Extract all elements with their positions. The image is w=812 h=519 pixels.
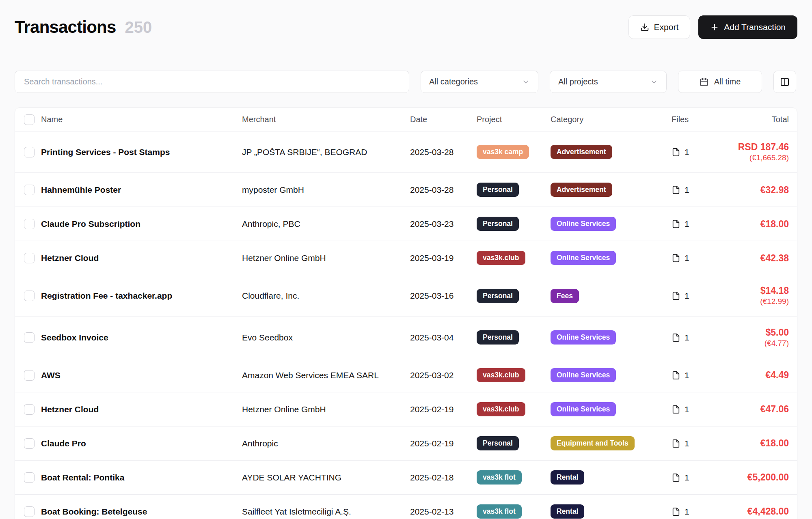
file-count: 1	[685, 291, 689, 301]
row-checkbox[interactable]	[24, 472, 35, 483]
table-row[interactable]: Seedbox Invoice Evo Seedbox 2025-03-04 P…	[15, 317, 797, 358]
file-icon	[672, 291, 680, 300]
total-cell: $14.18 (€12.99)	[728, 285, 797, 306]
transaction-merchant: AYDE SOLAR YACHTING	[242, 473, 410, 482]
table-row[interactable]: Printing Services - Post Stamps JP „POŠT…	[15, 131, 797, 173]
row-checkbox[interactable]	[24, 370, 35, 381]
total-cell: €32.98	[728, 184, 797, 196]
category-badge[interactable]: Online Services	[551, 217, 616, 231]
project-badge[interactable]: vas3k flot	[477, 470, 522, 485]
project-badge[interactable]: Personal	[477, 436, 519, 450]
file-icon	[672, 185, 680, 194]
category-badge[interactable]: Online Services	[551, 402, 616, 416]
transaction-date: 2025-03-28	[410, 185, 477, 195]
total-amount-converted: (€12.99)	[728, 297, 789, 307]
total-cell: €4,428.00	[728, 506, 797, 517]
files-cell: 1	[672, 507, 728, 517]
calendar-icon	[700, 78, 708, 86]
total-amount: €18.00	[728, 437, 789, 449]
category-badge[interactable]: Advertisement	[551, 183, 612, 197]
category-badge[interactable]: Fees	[551, 289, 579, 303]
table-row[interactable]: Boat Booking: Betelgeuse Sailfleet Yat I…	[15, 495, 797, 519]
project-badge[interactable]: vas3k.club	[477, 251, 525, 265]
project-badge[interactable]: Personal	[477, 217, 519, 231]
table-row[interactable]: Hetzner Cloud Hetzner Online GmbH 2025-0…	[15, 392, 797, 426]
file-count: 1	[685, 333, 689, 342]
projects-filter-label: All projects	[558, 77, 598, 86]
category-badge[interactable]: Online Services	[551, 368, 616, 382]
row-checkbox[interactable]	[24, 291, 35, 301]
table-row[interactable]: Claude Pro Anthropic 2025-02-19 Personal…	[15, 426, 797, 461]
table-row[interactable]: Claude Pro Subscription Anthropic, PBC 2…	[15, 207, 797, 241]
transaction-merchant: Hetzner Online GmbH	[242, 253, 410, 263]
categories-filter[interactable]: All categories	[421, 71, 538, 93]
plus-icon	[710, 23, 719, 32]
project-badge[interactable]: vas3k flot	[477, 504, 522, 519]
file-icon	[672, 254, 680, 263]
transaction-date: 2025-03-04	[410, 333, 477, 342]
add-transaction-button[interactable]: Add Transaction	[698, 15, 797, 39]
transactions-table: Name Merchant Date Project Category File…	[15, 108, 797, 519]
category-badge[interactable]: Rental	[551, 470, 584, 485]
files-cell: 1	[672, 253, 728, 263]
row-checkbox[interactable]	[24, 438, 35, 449]
transaction-date: 2025-03-23	[410, 219, 477, 229]
table-header-row: Name Merchant Date Project Category File…	[15, 108, 797, 131]
total-cell: €47.06	[728, 403, 797, 415]
transaction-merchant: Anthropic	[242, 439, 410, 448]
file-icon	[672, 333, 680, 342]
project-badge[interactable]: vas3k.club	[477, 368, 525, 382]
select-all-checkbox[interactable]	[24, 114, 35, 125]
row-checkbox[interactable]	[24, 404, 35, 415]
row-checkbox[interactable]	[24, 185, 35, 195]
project-badge[interactable]: Personal	[477, 183, 519, 197]
table-row[interactable]: Registration Fee - taxhacker.app Cloudfl…	[15, 275, 797, 317]
topbar-actions: Export Add Transaction	[628, 15, 797, 39]
category-badge[interactable]: Rental	[551, 504, 584, 519]
file-count: 1	[685, 219, 689, 229]
transaction-name: Hahnemühle Poster	[41, 185, 242, 195]
date-range-filter[interactable]: All time	[678, 71, 762, 93]
file-icon	[672, 507, 680, 516]
row-checkbox[interactable]	[24, 506, 35, 517]
total-amount: €5,200.00	[728, 472, 789, 483]
transaction-merchant: JP „POŠTA SRBIJE“, BEOGRAD	[242, 147, 410, 157]
row-checkbox[interactable]	[24, 147, 35, 157]
transaction-date: 2025-02-18	[410, 473, 477, 482]
table-row[interactable]: Hetzner Cloud Hetzner Online GmbH 2025-0…	[15, 241, 797, 275]
file-icon	[672, 371, 680, 380]
categories-filter-label: All categories	[429, 77, 478, 86]
files-cell: 1	[672, 405, 728, 414]
project-badge[interactable]: vas3k.club	[477, 402, 525, 416]
columns-toggle-button[interactable]	[773, 71, 796, 93]
total-cell: €18.00	[728, 218, 797, 230]
table-row[interactable]: AWS Amazon Web Services EMEA SARL 2025-0…	[15, 358, 797, 392]
projects-filter[interactable]: All projects	[550, 71, 667, 93]
export-button-label: Export	[654, 22, 679, 32]
topbar: Transactions 250 Export Add Transaction	[15, 15, 797, 39]
row-checkbox[interactable]	[24, 219, 35, 229]
file-icon	[672, 220, 680, 228]
row-checkbox[interactable]	[24, 253, 35, 263]
transaction-name: Hetzner Cloud	[41, 253, 242, 263]
category-badge[interactable]: Online Services	[551, 330, 616, 345]
total-amount: €18.00	[728, 218, 789, 230]
project-badge[interactable]: Personal	[477, 289, 519, 303]
column-header-category: Category	[551, 115, 672, 124]
file-count: 1	[685, 507, 689, 517]
category-badge[interactable]: Equipment and Tools	[551, 436, 635, 450]
category-badge[interactable]: Online Services	[551, 251, 616, 265]
export-button[interactable]: Export	[628, 15, 691, 39]
project-badge[interactable]: Personal	[477, 330, 519, 345]
page-title: Transactions	[15, 17, 116, 37]
search-input[interactable]	[15, 71, 409, 93]
transaction-name: Boat Booking: Betelgeuse	[41, 507, 242, 517]
table-row[interactable]: Boat Rental: Pontika AYDE SOLAR YACHTING…	[15, 461, 797, 495]
category-badge[interactable]: Advertisement	[551, 145, 612, 159]
row-checkbox[interactable]	[24, 332, 35, 343]
column-header-project: Project	[477, 115, 551, 124]
table-row[interactable]: Hahnemühle Poster myposter GmbH 2025-03-…	[15, 173, 797, 207]
file-count: 1	[685, 185, 689, 195]
total-cell: €5,200.00	[728, 472, 797, 483]
project-badge[interactable]: vas3k camp	[477, 145, 529, 159]
